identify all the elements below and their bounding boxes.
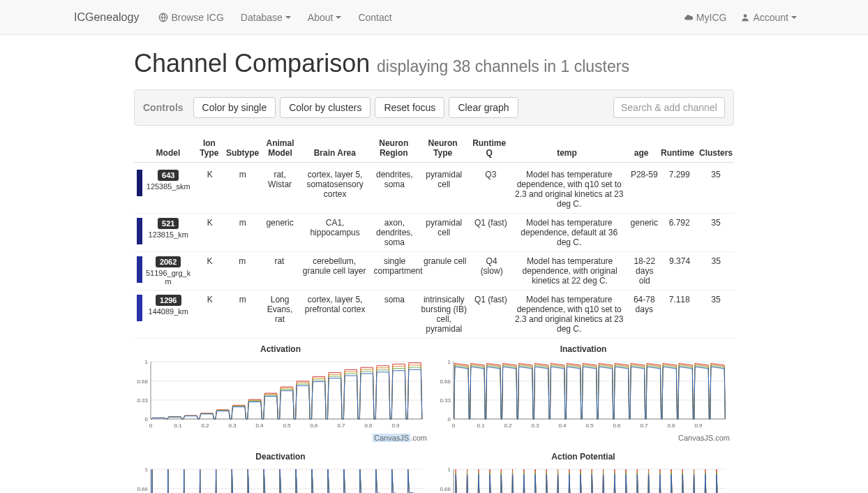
cell-region: dendrites, soma <box>372 170 417 189</box>
navbar: ICGenealogy Browse ICG Database About Co… <box>0 0 868 35</box>
page-header: Channel Comparison displaying 38 channel… <box>134 49 734 78</box>
svg-text:0: 0 <box>452 422 456 429</box>
cell-runtime-q: Q1 (fast) <box>471 218 511 228</box>
cell-runtime-q: Q1 (fast) <box>471 295 511 304</box>
chart-title: Inactivation <box>437 344 730 354</box>
model-badge[interactable]: 1296 <box>156 295 181 306</box>
svg-text:0.7: 0.7 <box>640 422 648 429</box>
th-animal[interactable]: Animal Model <box>262 138 298 158</box>
svg-text:0.6: 0.6 <box>310 422 318 429</box>
cell-brain: CA1, hippocampus <box>298 218 371 237</box>
table-row[interactable]: 1296 144089_km K m Long Evans, rat corte… <box>134 290 734 339</box>
th-ntype[interactable]: Neuron Type <box>417 138 470 158</box>
svg-text:0.6: 0.6 <box>613 422 621 429</box>
chart-title: Action Potential <box>437 452 730 462</box>
clear-graph-button[interactable]: Clear graph <box>449 97 518 118</box>
cell-ntype: granule cell <box>419 256 472 266</box>
model-badge[interactable]: 521 <box>158 218 179 229</box>
cell-region: axon, dendrites, soma <box>372 218 417 247</box>
th-age[interactable]: age <box>624 148 658 158</box>
cell-subtype: m <box>224 256 262 266</box>
chart[interactable]: Deactivation 00.330.66100.10.20.30.40.50… <box>134 452 427 493</box>
svg-text:0.2: 0.2 <box>201 422 209 429</box>
svg-text:0.9: 0.9 <box>694 422 703 429</box>
th-subtype[interactable]: Subtype <box>223 148 262 158</box>
svg-text:0.9: 0.9 <box>391 422 400 429</box>
chevron-down-icon <box>336 16 341 19</box>
model-name: 125385_skm <box>144 182 193 191</box>
table-row[interactable]: 521 123815_km K m generic CA1, hippocamp… <box>134 214 734 252</box>
svg-text:0.4: 0.4 <box>558 422 567 429</box>
reset-focus-button[interactable]: Reset focus <box>375 97 444 118</box>
svg-text:0.1: 0.1 <box>174 422 182 429</box>
cell-region: single compartment <box>371 256 419 276</box>
cell-ntype: pyramidal cell <box>417 218 471 237</box>
color-by-clusters-button[interactable]: Color by clusters <box>280 97 371 118</box>
charts-grid: Activation 00.330.66100.10.20.30.40.50.6… <box>134 344 734 493</box>
svg-text:0.33: 0.33 <box>440 397 451 404</box>
th-runtime-q[interactable]: Runtime Q <box>470 138 509 158</box>
globe-icon <box>158 13 168 22</box>
cell-clusters: 35 <box>698 295 734 304</box>
brand[interactable]: ICGenealogy <box>64 3 149 32</box>
nav-browse[interactable]: Browse ICG <box>151 3 230 31</box>
nav-database[interactable]: Database <box>234 3 298 31</box>
th-region[interactable]: Neuron Region <box>371 138 417 158</box>
chart[interactable]: Inactivation 00.330.66100.10.20.30.40.50… <box>437 344 730 442</box>
svg-text:0.66: 0.66 <box>137 378 148 385</box>
th-model[interactable]: Model <box>141 148 195 158</box>
cell-age: 64-78 days <box>627 295 661 314</box>
svg-text:1: 1 <box>145 466 149 473</box>
chart[interactable]: Action Potential 00.330.66100.10.20.30.4… <box>437 452 730 493</box>
cell-brain: cortex, layer 5, prefrontal cortex <box>298 295 371 314</box>
svg-text:0.66: 0.66 <box>440 486 451 492</box>
cell-ion: K <box>196 295 224 304</box>
model-badge[interactable]: 2062 <box>156 256 181 267</box>
svg-text:0.5: 0.5 <box>283 422 291 429</box>
th-brain[interactable]: Brain Area <box>299 148 371 158</box>
cell-ion: K <box>196 170 224 179</box>
nav-account[interactable]: Account <box>733 3 804 31</box>
svg-text:0.4: 0.4 <box>255 422 264 429</box>
chart-canvas[interactable]: 00.330.66100.10.20.30.40.50.60.70.80.9 <box>134 355 427 432</box>
nav-contact[interactable]: Contact <box>351 3 398 31</box>
model-badge[interactable]: 643 <box>158 170 179 181</box>
th-clusters[interactable]: Clusters <box>696 148 734 158</box>
nav-about[interactable]: About <box>301 3 349 31</box>
svg-point-1 <box>744 14 747 17</box>
cell-ntype: pyramidal cell <box>417 170 471 189</box>
nav-about-label: About <box>308 12 334 23</box>
chevron-down-icon <box>285 16 291 19</box>
cell-ion: K <box>195 256 223 266</box>
chart[interactable]: Activation 00.330.66100.10.20.30.40.50.6… <box>134 344 427 442</box>
cell-temp: Model has temperature dependence, with o… <box>511 256 628 286</box>
table-row[interactable]: 643 125385_skm K m rat, Wistar cortex, l… <box>134 165 734 214</box>
chart-canvas[interactable]: 00.330.66100.10.20.30.40.50.60.70.80.9 <box>437 463 730 493</box>
svg-text:0: 0 <box>448 416 451 422</box>
svg-text:0.5: 0.5 <box>585 422 594 429</box>
svg-text:0.33: 0.33 <box>137 397 148 404</box>
table-row[interactable]: 2062 51196_grg_km K m rat cerebellum, gr… <box>134 252 734 290</box>
search-input[interactable] <box>613 97 725 118</box>
cell-animal: rat, Wistar <box>262 170 299 189</box>
th-ion[interactable]: Ion Type <box>195 138 223 158</box>
svg-text:0.8: 0.8 <box>364 422 373 429</box>
chart-canvas[interactable]: 00.330.66100.10.20.30.40.50.60.70.80.9 <box>134 463 427 493</box>
table-header-row: Model Ion Type Subtype Animal Model Brai… <box>134 138 734 163</box>
th-temp[interactable]: temp <box>509 148 625 158</box>
svg-text:0.66: 0.66 <box>440 378 451 385</box>
cell-animal: rat <box>261 256 298 266</box>
nav-myicg[interactable]: MyICG <box>677 3 734 31</box>
cell-brain: cerebellum, granule cell layer <box>298 256 371 276</box>
chart-canvas[interactable]: 00.330.66100.10.20.30.40.50.60.70.80.9 <box>437 355 730 432</box>
svg-text:0.3: 0.3 <box>228 422 237 429</box>
color-by-single-button[interactable]: Color by single <box>193 97 276 118</box>
chart-title: Deactivation <box>134 452 427 462</box>
chart-credit[interactable]: CanvasJS.com <box>134 434 427 442</box>
th-runtime[interactable]: Runtime <box>658 148 696 158</box>
cell-subtype: m <box>224 218 262 228</box>
chart-credit[interactable]: CanvasJS.com <box>437 434 730 442</box>
cloud-icon <box>684 13 694 22</box>
controls-label: Controls <box>143 102 184 113</box>
chart-title: Activation <box>134 344 427 354</box>
